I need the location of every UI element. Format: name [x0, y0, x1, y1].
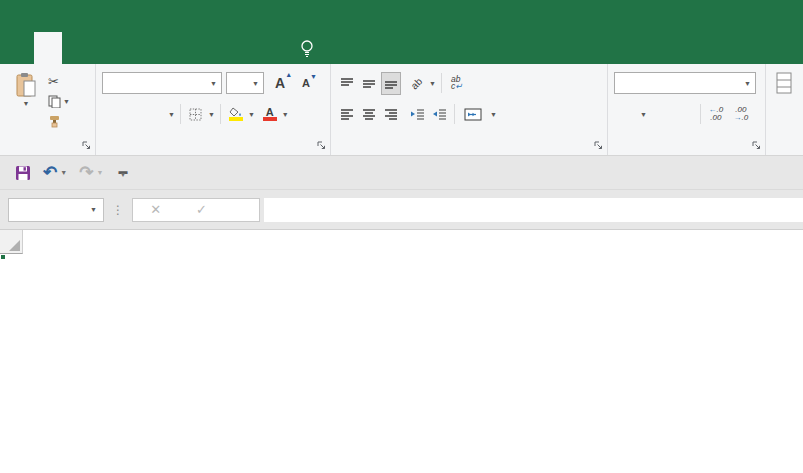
- undo-icon: ↶: [43, 164, 57, 181]
- fill-color-bar: [229, 117, 243, 121]
- increase-font-size-button[interactable]: A▲: [270, 72, 290, 95]
- underline-dropdown-icon: ▼: [168, 111, 175, 118]
- conditional-formatting-icon: [776, 72, 792, 94]
- customize-qat-button[interactable]: ▬ ▼: [118, 169, 127, 177]
- divider: [454, 104, 455, 124]
- divider: [180, 104, 181, 124]
- copy-button[interactable]: ▼: [48, 92, 70, 110]
- save-icon: [15, 165, 31, 181]
- formula-bar-row: ▼ ⋮ ✕ ✓: [0, 190, 803, 230]
- divider: [700, 104, 701, 124]
- merge-center-button[interactable]: ▼: [460, 103, 501, 126]
- number-dialog-launcher-icon[interactable]: [751, 140, 762, 151]
- font-color-bar: [263, 117, 277, 121]
- font-color-button[interactable]: A: [260, 103, 280, 126]
- wrap-text-button[interactable]: abc↵: [447, 72, 470, 95]
- undo-dropdown-icon: ▼: [60, 169, 67, 176]
- merge-center-dropdown-icon: ▼: [490, 111, 497, 118]
- increase-decimal-button[interactable]: ←.0.00: [706, 103, 726, 126]
- save-button[interactable]: [12, 161, 34, 185]
- tab-home[interactable]: [34, 32, 62, 64]
- ribbon-group-number: ▼ ▼ ←.0.00 .00→.0: [608, 64, 766, 155]
- ribbon-group-styles-partial: [766, 64, 803, 155]
- accounting-dropdown-icon: ▼: [640, 111, 647, 118]
- comma-style-button[interactable]: [675, 103, 695, 126]
- divider: [220, 104, 221, 124]
- select-all-triangle-icon: [9, 240, 20, 251]
- alignment-dialog-launcher-icon[interactable]: [593, 140, 604, 151]
- selected-cell-outline: [0, 254, 4, 258]
- tab-review[interactable]: [174, 32, 202, 64]
- clipboard-dialog-launcher-icon[interactable]: [81, 140, 92, 151]
- font-size-combo[interactable]: ▼: [226, 72, 264, 94]
- fill-handle[interactable]: [0, 254, 6, 260]
- customize-qat-dropdown-icon: ▼: [119, 173, 126, 177]
- font-name-dropdown-icon: ▼: [210, 80, 217, 87]
- tell-me-box[interactable]: [300, 32, 322, 64]
- quick-access-toolbar: ↶ ▼ ↷ ▼ ▬ ▼: [0, 156, 803, 190]
- formula-bar-separator-icon: ⋮: [112, 203, 124, 217]
- font-name-combo[interactable]: ▼: [102, 72, 222, 94]
- paste-button[interactable]: ▼: [8, 70, 44, 130]
- align-center-button[interactable]: [359, 103, 379, 126]
- redo-icon: ↷: [79, 164, 93, 181]
- tab-help[interactable]: [230, 32, 258, 64]
- scissors-icon: ✂: [48, 74, 59, 89]
- increase-indent-button[interactable]: [429, 103, 449, 126]
- decrease-indent-button[interactable]: [407, 103, 427, 126]
- tab-page-layout[interactable]: [90, 32, 118, 64]
- align-right-button[interactable]: [381, 103, 401, 126]
- redo-dropdown-icon: ▼: [96, 169, 103, 176]
- cut-button[interactable]: ✂: [48, 72, 70, 90]
- divider: [441, 73, 442, 93]
- font-dialog-launcher-icon[interactable]: [316, 140, 327, 151]
- align-top-button[interactable]: [337, 72, 357, 95]
- font-color-dropdown-icon: ▼: [282, 111, 289, 118]
- cancel-icon[interactable]: ✕: [150, 202, 161, 217]
- borders-button[interactable]: [186, 103, 206, 126]
- ribbon: ▼ ✂ ▼: [0, 64, 803, 156]
- tab-insert[interactable]: [62, 32, 90, 64]
- number-format-combo[interactable]: ▼: [614, 72, 756, 94]
- italic-button[interactable]: [124, 103, 144, 126]
- tab-data[interactable]: [146, 32, 174, 64]
- copy-dropdown-icon: ▼: [63, 98, 70, 105]
- decrease-decimal-button[interactable]: .00→.0: [731, 103, 751, 126]
- format-painter-button[interactable]: [48, 112, 70, 130]
- align-left-button[interactable]: [337, 103, 357, 126]
- underline-button[interactable]: [146, 103, 166, 126]
- paste-clipboard-icon: [15, 72, 37, 98]
- tab-view[interactable]: [202, 32, 230, 64]
- spreadsheet-grid: [0, 230, 803, 473]
- column-header-row: [0, 230, 803, 254]
- select-all-corner[interactable]: [0, 230, 23, 254]
- bold-button[interactable]: [102, 103, 122, 126]
- accounting-format-button[interactable]: [618, 103, 638, 126]
- tab-formulas[interactable]: [118, 32, 146, 64]
- decrease-font-size-button[interactable]: A▼: [296, 72, 316, 95]
- ribbon-group-clipboard: ▼ ✂ ▼: [0, 64, 96, 155]
- redo-button[interactable]: ↷ ▼: [76, 161, 106, 185]
- percent-style-button[interactable]: [653, 103, 673, 126]
- name-box-dropdown-icon: ▼: [90, 206, 97, 213]
- enter-icon[interactable]: ✓: [196, 202, 207, 217]
- align-bottom-button[interactable]: [381, 72, 401, 95]
- number-format-dropdown-icon: ▼: [744, 80, 751, 87]
- font-size-dropdown-icon: ▼: [252, 80, 259, 87]
- title-bar: [0, 0, 803, 32]
- formula-input[interactable]: [264, 198, 803, 222]
- tab-acrobat[interactable]: [258, 32, 286, 64]
- ribbon-tab-bar: [0, 32, 803, 64]
- tab-file[interactable]: [0, 32, 34, 64]
- orientation-button[interactable]: ab: [407, 72, 427, 95]
- excel-window: ▼ ✂ ▼: [0, 0, 803, 473]
- align-middle-button[interactable]: [359, 72, 379, 95]
- undo-button[interactable]: ↶ ▼: [40, 161, 70, 185]
- name-box[interactable]: ▼: [8, 198, 104, 222]
- paste-dropdown-icon: ▼: [23, 100, 30, 107]
- formula-buttons-panel: ✕ ✓: [132, 198, 260, 222]
- format-painter-icon: [48, 115, 61, 128]
- lightbulb-icon: [300, 39, 314, 58]
- wrap-text-icon: abc↵: [451, 76, 462, 90]
- fill-color-button[interactable]: [226, 103, 246, 126]
